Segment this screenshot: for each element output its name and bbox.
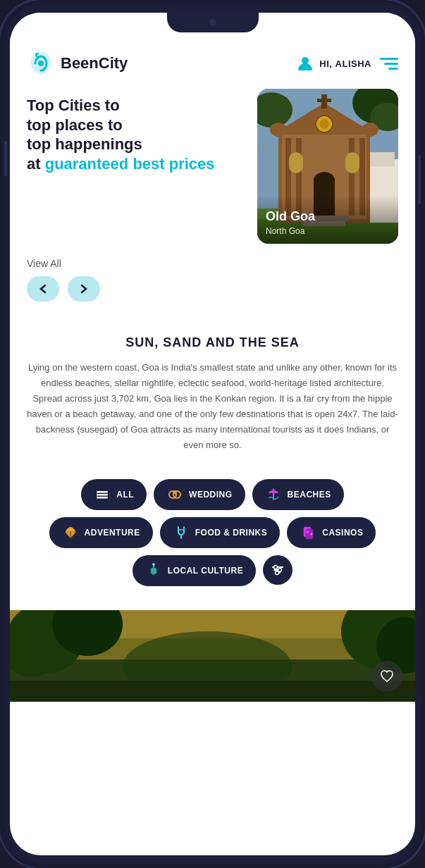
- heart-button[interactable]: [371, 661, 402, 692]
- header-right: HI, ALISHA: [295, 54, 398, 73]
- user-info: HI, ALISHA: [295, 54, 371, 73]
- section-title: SUN, SAND AND THE SEA: [27, 335, 398, 350]
- menu-line-2: [384, 63, 398, 65]
- svg-point-22: [319, 119, 329, 129]
- wedding-icon: [166, 486, 183, 503]
- svg-point-34: [173, 490, 177, 495]
- list-icon: [94, 486, 111, 503]
- hero-section: Top Cities to top places to top happenin…: [10, 89, 415, 258]
- adventure-icon: [62, 524, 79, 541]
- greeting-text: HI, ALISHA: [319, 58, 371, 69]
- notch: [167, 13, 259, 32]
- filter-button[interactable]: [263, 555, 292, 585]
- logo: BeenCity: [27, 49, 128, 78]
- next-button[interactable]: [68, 276, 100, 302]
- svg-point-41: [306, 531, 309, 533]
- prev-button[interactable]: [27, 276, 59, 302]
- menu-line-1: [380, 58, 398, 60]
- svg-rect-24: [317, 99, 331, 102]
- svg-rect-29: [97, 491, 108, 493]
- city-name: Old Goa: [266, 209, 390, 224]
- category-local-culture[interactable]: LOCAL CULTURE: [133, 555, 256, 586]
- beaches-icon: [265, 486, 282, 503]
- food-icon: [173, 524, 190, 541]
- category-all-label: ALL: [116, 490, 134, 500]
- power-button: [418, 155, 421, 204]
- heart-icon: [379, 669, 395, 684]
- bottom-image: [10, 610, 415, 702]
- svg-point-47: [274, 565, 278, 569]
- svg-point-49: [276, 571, 279, 574]
- svg-rect-30: [97, 494, 108, 496]
- category-food[interactable]: FOOD & DRINKS: [160, 517, 281, 548]
- logo-text: BeenCity: [61, 54, 128, 73]
- svg-rect-60: [10, 681, 415, 702]
- city-sub: North Goa: [266, 226, 304, 236]
- category-wedding-label: WEDDING: [189, 490, 233, 500]
- phone-screen: BeenCity HI, ALISHA: [10, 13, 415, 855]
- svg-rect-9: [370, 152, 395, 166]
- screen-content: BeenCity HI, ALISHA: [10, 13, 415, 855]
- view-all-text: View All: [27, 258, 398, 269]
- phone-frame: BeenCity HI, ALISHA: [0, 0, 425, 868]
- prev-icon: [37, 283, 49, 295]
- filter-icon: [271, 563, 285, 577]
- category-beaches[interactable]: BEACHES: [252, 479, 344, 510]
- category-casinos-label: CASINOS: [322, 528, 363, 538]
- description-section: SUN, SAND AND THE SEA Lying on the weste…: [10, 316, 415, 468]
- hero-highlight: guaranteed best prices: [45, 155, 215, 173]
- menu-button[interactable]: [380, 58, 398, 70]
- svg-point-25: [270, 123, 287, 137]
- user-icon: [295, 54, 315, 73]
- svg-point-42: [311, 533, 313, 535]
- volume-button: [4, 141, 7, 176]
- category-row-2: ADVENTURE FOOD & DRINKS: [24, 517, 401, 548]
- hero-text: Top Cities to top places to top happenin…: [27, 89, 246, 173]
- category-adventure[interactable]: ADVENTURE: [49, 517, 153, 548]
- svg-rect-18: [289, 152, 303, 173]
- svg-rect-19: [345, 152, 359, 173]
- svg-point-1: [302, 57, 309, 64]
- hero-title: Top Cities to top places to top happenin…: [27, 96, 246, 173]
- svg-point-0: [38, 61, 44, 66]
- hero-image-label: Old Goa North Goa: [257, 195, 398, 244]
- category-casinos[interactable]: CASINOS: [287, 517, 376, 548]
- category-wedding[interactable]: WEDDING: [154, 479, 245, 510]
- category-beaches-label: BEACHES: [288, 490, 331, 500]
- bottom-trees-svg: [10, 610, 415, 702]
- svg-point-43: [152, 563, 155, 566]
- svg-point-26: [362, 123, 378, 137]
- section-description: Lying on the western coast, Goa is India…: [27, 360, 398, 454]
- category-local-culture-label: LOCAL CULTURE: [168, 566, 243, 576]
- menu-line-3: [388, 68, 398, 70]
- category-adventure-label: ADVENTURE: [85, 528, 140, 538]
- svg-rect-31: [97, 497, 108, 499]
- nav-section: View All: [10, 258, 415, 316]
- category-row-1: ALL WEDDING: [24, 479, 401, 510]
- category-food-label: FOOD & DRINKS: [195, 528, 268, 538]
- local-culture-icon: [145, 562, 162, 579]
- categories: ALL WEDDING: [10, 468, 415, 607]
- category-all[interactable]: ALL: [81, 479, 147, 510]
- casinos-icon: [300, 524, 316, 541]
- hero-image: Old Goa North Goa: [257, 89, 398, 244]
- logo-icon: [27, 49, 55, 78]
- svg-point-17: [314, 172, 335, 189]
- next-icon: [78, 283, 90, 295]
- nav-buttons: [27, 276, 398, 302]
- category-row-3: LOCAL CULTURE: [24, 555, 401, 586]
